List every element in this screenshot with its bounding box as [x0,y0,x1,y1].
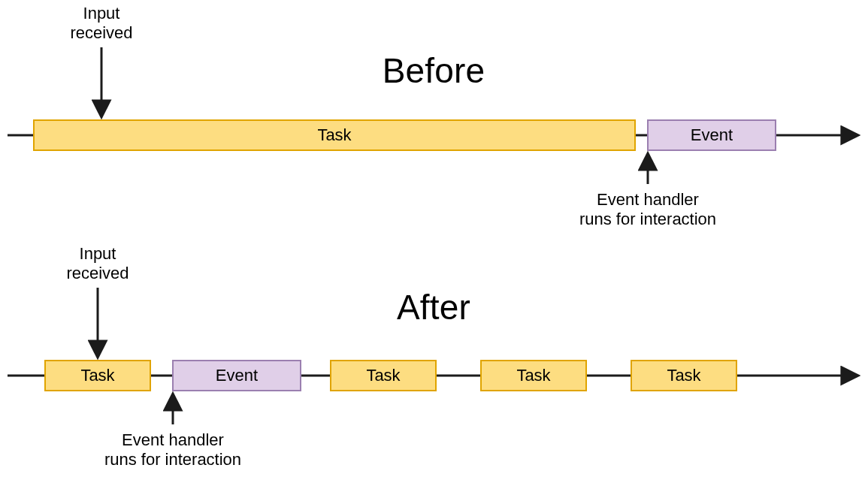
event-handler-label: runs for interaction [104,450,241,469]
event-handler-label: Event handler [597,190,699,209]
input-received-label: Input [83,4,120,23]
input-received-label: received [66,264,129,282]
task-block-label: Task [516,366,551,385]
event-block-label: Event [691,125,733,144]
task-block-label: Task [366,366,401,385]
event-block-label: Event [216,366,258,385]
event-handler-label: Event handler [122,430,224,449]
event-handler-label: runs for interaction [579,210,716,228]
task-block-label: Task [80,366,115,385]
input-received-label: received [70,23,132,42]
after-title: After [397,288,470,327]
input-received-label: Input [80,244,116,263]
task-block-label: Task [667,366,701,385]
task-block-label: Task [317,125,352,144]
task-scheduling-diagram: BeforeTaskEventInputreceivedEvent handle… [0,0,868,486]
before-title: Before [383,51,485,90]
